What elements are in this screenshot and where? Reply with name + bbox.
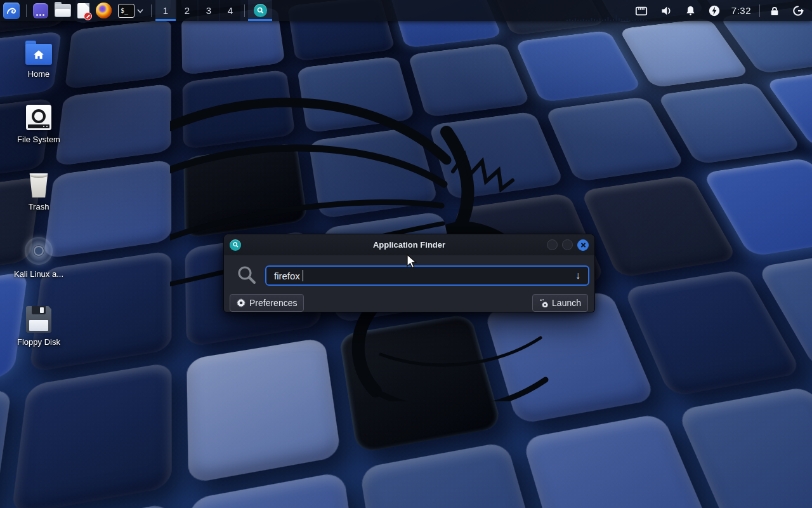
power-manager-tray-button[interactable]	[702, 0, 726, 21]
search-input[interactable]: firefox ↓	[265, 265, 589, 286]
notifications-tray-button[interactable]	[679, 0, 702, 21]
top-panel: $_ 1 2 3 4 7:32	[0, 0, 812, 21]
gear-icon	[237, 298, 246, 307]
window-app-icon	[230, 239, 241, 251]
hard-drive-icon	[26, 105, 51, 130]
launcher-terminal[interactable]: $_	[115, 0, 148, 21]
application-finder-task-icon	[254, 4, 267, 17]
volume-tray-button[interactable]	[654, 0, 679, 21]
firefox-icon	[96, 3, 112, 18]
application-finder-window: Application Finder firefox ↓ Preferences	[223, 234, 595, 312]
panel-separator	[244, 4, 245, 17]
panel-separator	[759, 4, 760, 17]
desktop-icon-floppy-disk[interactable]: Floppy Disk	[1, 304, 76, 347]
battery-power-icon	[708, 4, 721, 17]
home-folder-icon	[25, 44, 52, 65]
workspace-1-button[interactable]: 1	[155, 0, 176, 21]
bell-icon	[684, 4, 697, 17]
mouse-cursor	[406, 254, 418, 269]
folder-icon	[55, 4, 71, 17]
lock-screen-button[interactable]	[763, 0, 786, 21]
window-title: Application Finder	[224, 240, 594, 250]
search-icon	[236, 264, 258, 286]
maximize-button[interactable]	[562, 239, 573, 250]
ethernet-icon	[634, 4, 648, 17]
launcher-show-desktop[interactable]	[30, 0, 51, 21]
dropdown-arrow-icon[interactable]: ↓	[575, 271, 580, 281]
panel-clock[interactable]: 7:32	[726, 5, 756, 16]
launcher-text-editor[interactable]	[74, 0, 93, 21]
logout-icon	[792, 4, 804, 17]
launcher-file-manager[interactable]	[51, 0, 74, 21]
desktop-icon-home[interactable]: Home	[1, 36, 76, 79]
logout-button[interactable]	[786, 0, 812, 21]
kali-menu-icon	[3, 3, 20, 19]
applications-menu-button[interactable]	[0, 0, 23, 21]
document-edit-icon	[77, 3, 89, 18]
close-button[interactable]	[577, 239, 589, 251]
workspace-4-button[interactable]: 4	[220, 0, 240, 21]
show-desktop-icon	[33, 3, 48, 18]
workspace-2-button[interactable]: 2	[177, 0, 197, 21]
workspace-3-button[interactable]: 3	[199, 0, 219, 21]
cd-disc-icon	[25, 237, 53, 265]
terminal-icon: $_	[118, 4, 134, 18]
launch-button[interactable]: Launch	[532, 294, 588, 312]
run-gear-icon	[539, 298, 548, 307]
panel-separator	[151, 4, 152, 17]
floppy-disk-icon	[26, 306, 51, 333]
panel-separator	[26, 4, 27, 17]
launcher-firefox[interactable]	[93, 0, 115, 21]
desktop-icon-trash[interactable]: Trash	[1, 168, 76, 211]
desktop-icon-file-system[interactable]: File System	[1, 101, 76, 144]
preferences-button[interactable]: Preferences	[230, 294, 304, 312]
trash-icon	[28, 172, 49, 197]
taskbar-application-finder-button[interactable]	[248, 0, 272, 21]
network-tray-button[interactable]	[629, 0, 654, 21]
lock-icon	[769, 4, 780, 17]
search-input-value: firefox	[274, 271, 300, 281]
speaker-icon	[660, 4, 673, 17]
text-caret	[303, 270, 304, 281]
terminal-dropdown-chevron-icon[interactable]	[136, 6, 145, 15]
desktop-icon-kali-cd[interactable]: Kali Linux a...	[1, 236, 76, 279]
minimize-button[interactable]	[547, 239, 558, 250]
window-titlebar[interactable]: Application Finder	[224, 234, 594, 255]
